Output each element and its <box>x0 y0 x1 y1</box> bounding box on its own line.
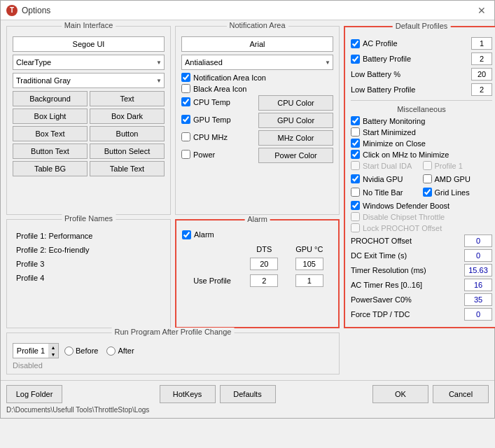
box-text-button[interactable]: Box Text <box>13 126 88 141</box>
use-profile-dts-cell <box>242 273 286 288</box>
alarm-enabled-checkbox[interactable] <box>182 230 191 239</box>
cpu-color-button[interactable]: CPU Color <box>258 95 333 111</box>
text-button[interactable]: Text <box>90 91 165 106</box>
profile-2-name: Profile 2: Eco-friendly <box>13 244 165 256</box>
minimize-on-close-row: Minimize on Close <box>351 139 492 148</box>
low-battery-pct-input[interactable] <box>471 68 492 80</box>
black-area-icon-checkbox[interactable] <box>181 84 190 93</box>
gpu-color-button[interactable]: GPU Color <box>258 113 333 128</box>
ac-profile-input[interactable] <box>471 37 492 50</box>
profile-3-name: Profile 3 <box>13 258 165 270</box>
run-program-panel: Run Program After Profile Change ▲ ▼ Bef… <box>6 332 340 374</box>
log-folder-button[interactable]: Log Folder <box>6 385 62 403</box>
main-font-input[interactable] <box>13 36 165 52</box>
ac-profile-label: AC Profile <box>363 39 398 48</box>
force-tdp-label: Force TDP / TDC <box>351 310 410 318</box>
timer-res-input[interactable] <box>464 264 492 276</box>
no-title-bar-checkbox[interactable] <box>351 188 360 197</box>
notif-rendering-select[interactable]: Antialiased ClearType Default <box>181 55 333 70</box>
alarm-dts-input[interactable] <box>250 258 278 270</box>
grid-lines-checkbox[interactable] <box>423 188 432 197</box>
after-radio[interactable] <box>106 346 116 356</box>
battery-profile-checkbox[interactable] <box>351 55 360 64</box>
profile1-checkbox[interactable] <box>423 161 432 170</box>
table-text-button[interactable]: Table Text <box>90 161 165 176</box>
spinner-up-button[interactable]: ▲ <box>48 344 58 351</box>
hotkeys-button[interactable]: HotKeys <box>160 385 216 403</box>
gpu-temp-checkbox[interactable] <box>181 115 190 124</box>
dc-exit-input[interactable] <box>464 249 492 262</box>
run-program-inner: ▲ ▼ Before After <box>13 343 333 358</box>
theme-select[interactable]: Traditional Gray Dark Light <box>13 73 165 88</box>
lock-prochot-row: Lock PROCHOT Offset <box>351 223 492 232</box>
before-label: Before <box>76 346 98 355</box>
cpu-temp-checkbox[interactable] <box>181 97 190 106</box>
power-color-button[interactable]: Power Color <box>258 148 333 163</box>
button-text-button[interactable]: Button Text <box>13 144 88 159</box>
windows-defender-checkbox[interactable] <box>351 201 360 210</box>
spinner-down-button[interactable]: ▼ <box>48 351 58 358</box>
ac-profile-checkbox[interactable] <box>351 39 360 48</box>
ok-button[interactable]: OK <box>372 385 428 403</box>
battery-monitoring-checkbox[interactable] <box>351 116 360 125</box>
profile-1-name: Profile 1: Performance <box>13 230 165 242</box>
grid-lines-row: Grid Lines <box>423 188 493 197</box>
nvidia-gpu-checkbox[interactable] <box>351 174 360 183</box>
close-button[interactable]: ✕ <box>475 4 489 18</box>
low-battery-profile-row: Low Battery Profile <box>351 83 492 96</box>
amd-gpu-checkbox[interactable] <box>423 174 432 183</box>
powersaver-input[interactable] <box>464 293 492 306</box>
button-select-button[interactable]: Button Select <box>90 144 165 159</box>
cpu-mhz-checkbox[interactable] <box>181 132 190 141</box>
rendering-select[interactable]: ClearType Antialiased Default <box>13 55 165 70</box>
defaults-button[interactable]: Defaults <box>220 385 276 403</box>
profile-names-panel: Profile Names Profile 1: Performance Pro… <box>6 219 171 329</box>
box-light-button[interactable]: Box Light <box>13 108 88 124</box>
lock-prochot-checkbox[interactable] <box>351 223 360 232</box>
profile-spinner-input[interactable] <box>13 344 48 358</box>
use-profile-gpu-input[interactable] <box>295 274 323 287</box>
start-minimized-label: Start Minimized <box>363 128 416 136</box>
alarm-enabled-row: Alarm <box>182 230 333 239</box>
notification-icon-checkbox[interactable] <box>181 73 190 82</box>
run-program-title: Run Program After Profile Change <box>112 328 235 336</box>
default-profiles-panel: Default Profiles AC Profile Battery Prof… <box>344 26 495 328</box>
before-radio[interactable] <box>64 346 74 356</box>
alarm-gpu-input[interactable] <box>295 258 323 270</box>
minimize-on-close-checkbox[interactable] <box>351 139 360 148</box>
color-buttons-grid: Background Text Box Light Box Dark Box T… <box>13 91 165 176</box>
use-profile-dts-input[interactable] <box>250 274 278 287</box>
box-dark-button[interactable]: Box Dark <box>90 108 165 124</box>
disabled-text: Disabled <box>13 361 333 370</box>
divider <box>351 100 492 101</box>
battery-monitoring-row: Battery Monitoring <box>351 116 492 125</box>
notif-font-input[interactable] <box>181 36 333 52</box>
power-label: Power <box>193 150 215 159</box>
alarm-gpu-cell <box>288 256 331 272</box>
mhz-color-button[interactable]: MHz Color <box>258 130 333 146</box>
ac-timer-res-input[interactable] <box>464 279 492 291</box>
bottom-buttons: Log Folder HotKeys Defaults OK Cancel <box>6 385 489 403</box>
low-battery-pct-label: Low Battery % <box>351 70 400 78</box>
click-mhz-checkbox[interactable] <box>351 150 360 159</box>
rendering-select-wrapper: ClearType Antialiased Default <box>13 55 165 70</box>
start-dual-ida-checkbox[interactable] <box>351 161 360 170</box>
before-radio-row: Before <box>64 346 98 356</box>
windows-defender-label: Windows Defender Boost <box>363 202 449 210</box>
low-battery-profile-input[interactable] <box>471 83 492 96</box>
force-tdp-input[interactable] <box>464 308 492 321</box>
start-minimized-checkbox[interactable] <box>351 127 360 136</box>
notification-area-panel: Notification Area Antialiased ClearType … <box>175 26 340 215</box>
cancel-button[interactable]: Cancel <box>433 385 489 403</box>
table-bg-button[interactable]: Table BG <box>13 161 88 176</box>
button-button[interactable]: Button <box>90 126 165 141</box>
title-bar-left: T Options <box>6 5 50 16</box>
power-checkbox[interactable] <box>181 150 190 159</box>
ac-profile-row: AC Profile <box>351 37 492 50</box>
powersaver-row: PowerSaver C0% <box>351 293 492 306</box>
prochot-offset-input[interactable] <box>464 234 492 247</box>
background-button[interactable]: Background <box>13 91 88 106</box>
disable-chipset-checkbox[interactable] <box>351 212 360 221</box>
battery-profile-input[interactable] <box>471 52 492 65</box>
notification-icon-label: Notification Area Icon <box>193 74 266 82</box>
